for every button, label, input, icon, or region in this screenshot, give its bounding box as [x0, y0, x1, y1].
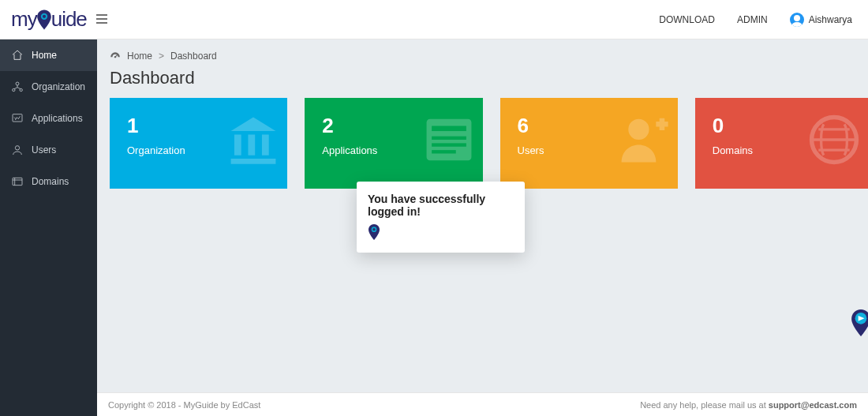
toast-message: You have successfully logged in! [368, 193, 514, 218]
card-users[interactable]: 6 Users [500, 98, 678, 189]
svg-point-17 [372, 228, 375, 230]
page-title: Dashboard [97, 68, 868, 98]
breadcrumb-home[interactable]: Home [127, 51, 152, 62]
login-success-toast: You have successfully logged in! [357, 182, 525, 253]
sidebar-item-label: Users [32, 144, 56, 156]
menu-toggle-icon[interactable] [96, 13, 107, 27]
svg-point-1 [43, 14, 46, 17]
brand-text-1: m [11, 7, 28, 32]
sidebar-item-users[interactable]: Users [0, 134, 97, 166]
header-right: DOWNLOAD ADMIN Aishwarya [659, 13, 868, 27]
svg-rect-10 [432, 126, 466, 132]
domains-icon [11, 175, 24, 188]
support-email-link[interactable]: support@edcast.com [769, 400, 857, 410]
dashboard-icon [110, 51, 121, 61]
svg-rect-12 [432, 143, 466, 146]
card-domains[interactable]: 0 Domains [695, 98, 868, 189]
avatar-icon [790, 13, 804, 27]
svg-rect-7 [13, 178, 22, 185]
footer-help-text: Need any help, please mail us at [640, 400, 769, 410]
breadcrumb-current: Dashboard [170, 51, 217, 62]
svg-point-2 [16, 82, 19, 85]
sidebar: Home Organization Applications Users Dom… [0, 39, 97, 416]
sidebar-item-label: Organization [32, 81, 85, 92]
breadcrumb: Home > Dashboard [97, 39, 868, 68]
bank-icon [226, 112, 281, 171]
sidebar-item-label: Home [32, 50, 57, 61]
user-plus-icon [616, 112, 672, 171]
globe-icon [806, 112, 862, 171]
pin-icon [368, 224, 514, 243]
card-applications[interactable]: 2 Applications [305, 98, 482, 189]
card-organization[interactable]: 1 Organization [110, 98, 287, 189]
top-header: m y uide DOWNLOAD ADMIN Aishwarya [0, 0, 868, 39]
breadcrumb-separator: > [159, 51, 164, 62]
footer: Copyright © 2018 - MyGuide by EdCast Nee… [97, 392, 868, 416]
svg-point-6 [15, 146, 19, 150]
organization-icon [11, 81, 24, 93]
brand-pin-icon [36, 9, 52, 30]
sidebar-item-applications[interactable]: Applications [0, 103, 97, 134]
list-icon [421, 112, 477, 171]
sidebar-item-domains[interactable]: Domains [0, 166, 97, 197]
svg-rect-11 [432, 137, 466, 140]
applications-icon [11, 112, 24, 125]
user-menu[interactable]: Aishwarya [790, 13, 852, 27]
footer-help: Need any help, please mail us at support… [640, 400, 857, 410]
home-icon [11, 49, 24, 62]
admin-link[interactable]: ADMIN [737, 14, 768, 25]
download-link[interactable]: DOWNLOAD [659, 14, 715, 25]
svg-point-14 [628, 119, 649, 140]
users-icon [11, 144, 24, 156]
svg-rect-13 [432, 150, 456, 153]
sidebar-item-home[interactable]: Home [0, 39, 97, 71]
brand-text-3: uide [51, 7, 87, 32]
footer-copyright: Copyright © 2018 - MyGuide by EdCast [108, 400, 260, 410]
sidebar-item-organization[interactable]: Organization [0, 71, 97, 103]
help-widget-icon[interactable] [849, 309, 868, 336]
stat-cards: 1 Organization 2 Applications 6 Users 0 … [97, 98, 868, 189]
sidebar-item-label: Applications [32, 113, 83, 124]
brand-logo[interactable]: m y uide [0, 7, 87, 32]
user-name: Aishwarya [809, 14, 852, 25]
sidebar-item-label: Domains [32, 176, 69, 187]
